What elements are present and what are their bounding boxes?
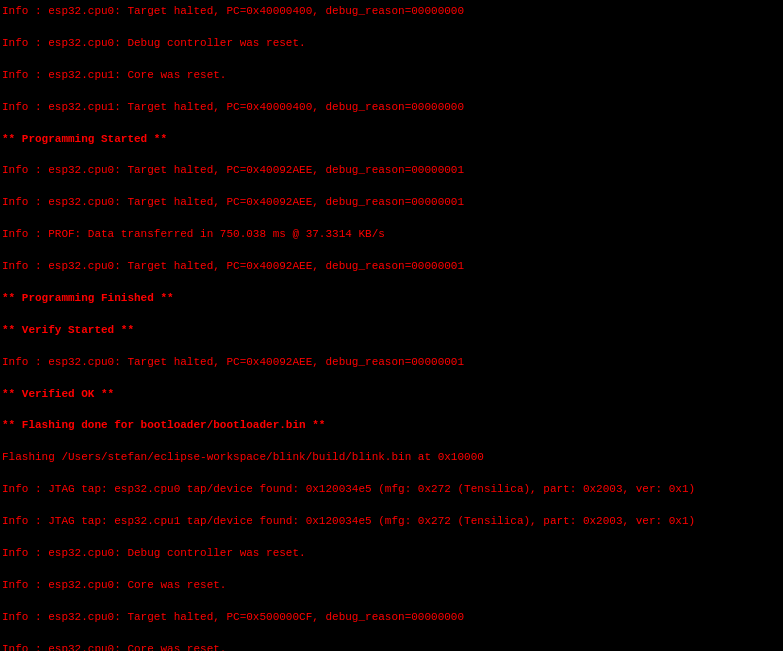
terminal-line: Info : esp32.cpu0: Target halted, PC=0x4… xyxy=(2,355,781,371)
terminal-line: Info : esp32.cpu1: Target halted, PC=0x4… xyxy=(2,100,781,116)
terminal-line: Info : esp32.cpu0: Target halted, PC=0x4… xyxy=(2,4,781,20)
terminal-line: Info : esp32.cpu0: Core was reset. xyxy=(2,642,781,652)
terminal-line: Info : esp32.cpu1: Core was reset. xyxy=(2,68,781,84)
terminal-line: Info : esp32.cpu0: Debug controller was … xyxy=(2,546,781,562)
terminal-line: Info : esp32.cpu0: Target halted, PC=0x4… xyxy=(2,163,781,179)
terminal-line: Info : esp32.cpu0: Core was reset. xyxy=(2,578,781,594)
terminal-line: ** Flashing done for bootloader/bootload… xyxy=(2,418,781,434)
terminal-output: Info : esp32.cpu0: Target halted, PC=0x4… xyxy=(0,0,783,651)
terminal-line: ** Programming Finished ** xyxy=(2,291,781,307)
terminal-line: ** Programming Started ** xyxy=(2,132,781,148)
terminal-line: Info : esp32.cpu0: Target halted, PC=0x5… xyxy=(2,610,781,626)
terminal-line: Info : PROF: Data transferred in 750.038… xyxy=(2,227,781,243)
terminal-line: Info : esp32.cpu0: Debug controller was … xyxy=(2,36,781,52)
terminal-line: Info : JTAG tap: esp32.cpu1 tap/device f… xyxy=(2,514,781,530)
terminal-line: Info : esp32.cpu0: Target halted, PC=0x4… xyxy=(2,195,781,211)
terminal-line: Info : JTAG tap: esp32.cpu0 tap/device f… xyxy=(2,482,781,498)
terminal-line: ** Verify Started ** xyxy=(2,323,781,339)
terminal-line: Info : esp32.cpu0: Target halted, PC=0x4… xyxy=(2,259,781,275)
terminal-line: ** Verified OK ** xyxy=(2,387,781,403)
terminal-line: Flashing /Users/stefan/eclipse-workspace… xyxy=(2,450,781,466)
